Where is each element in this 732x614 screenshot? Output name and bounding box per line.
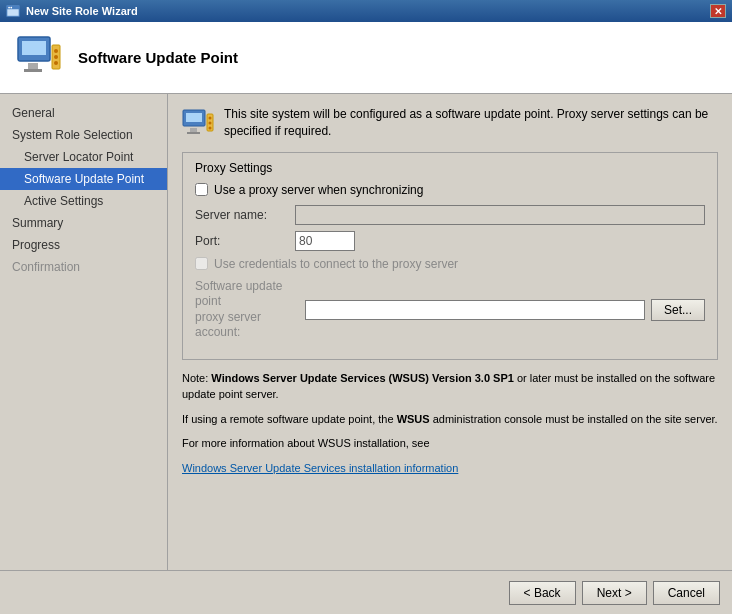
cancel-button[interactable]: Cancel [653,581,720,605]
svg-point-11 [54,61,58,65]
use-credentials-row: Use credentials to connect to the proxy … [195,257,705,271]
sidebar-item-progress[interactable]: Progress [0,234,167,256]
use-proxy-checkbox[interactable] [195,183,208,196]
account-input[interactable] [305,300,645,320]
server-name-row: Server name: [195,205,705,225]
svg-point-18 [209,122,212,125]
svg-rect-7 [24,69,42,72]
back-button[interactable]: < Back [509,581,576,605]
note2: If using a remote software update point,… [182,411,718,428]
account-row: Software update point proxy server accou… [195,279,705,341]
wizard-footer: < Back Next > Cancel [0,570,732,614]
title-bar: New Site Role Wizard ✕ [0,0,732,22]
sidebar-item-software-update-point[interactable]: Software Update Point [0,168,167,190]
svg-point-2 [8,7,10,9]
close-button[interactable]: ✕ [710,4,726,18]
svg-point-17 [209,117,212,120]
server-name-label: Server name: [195,208,295,222]
svg-point-10 [54,55,58,59]
note3: For more information about WSUS installa… [182,435,718,452]
sidebar-item-summary[interactable]: Summary [0,212,167,234]
use-proxy-label: Use a proxy server when synchronizing [214,183,423,197]
port-label: Port: [195,234,295,248]
account-label: Software update point proxy server accou… [195,279,305,341]
svg-point-3 [10,7,12,9]
port-input[interactable] [295,231,355,251]
info-box: This site system will be configured as a… [182,106,718,140]
sidebar-item-general[interactable]: General [0,102,167,124]
use-credentials-checkbox[interactable] [195,257,208,270]
info-text: This site system will be configured as a… [224,106,718,140]
use-credentials-label: Use credentials to connect to the proxy … [214,257,458,271]
svg-rect-5 [22,41,46,55]
notes-section: Note: Windows Server Update Services (WS… [182,370,718,477]
proxy-settings-group: Proxy Settings Use a proxy server when s… [182,152,718,360]
wizard-header-title: Software Update Point [78,49,238,66]
svg-rect-13 [186,113,202,122]
use-proxy-row: Use a proxy server when synchronizing [195,183,705,197]
svg-rect-6 [28,63,38,69]
svg-point-19 [209,127,212,130]
wizard-body: General System Role Selection Server Loc… [0,94,732,570]
sidebar-item-confirmation: Confirmation [0,256,167,278]
header-icon [16,35,62,81]
next-button[interactable]: Next > [582,581,647,605]
note1: Note: Windows Server Update Services (WS… [182,370,718,403]
content-area: This site system will be configured as a… [168,94,732,570]
sidebar-item-server-locator-point[interactable]: Server Locator Point [0,146,167,168]
svg-point-9 [54,49,58,53]
wizard-header: Software Update Point [0,22,732,94]
sidebar: General System Role Selection Server Loc… [0,94,168,570]
sidebar-item-active-settings[interactable]: Active Settings [0,190,167,212]
set-button[interactable]: Set... [651,299,705,321]
sidebar-item-system-role-selection[interactable]: System Role Selection [0,124,167,146]
info-icon [182,106,214,138]
wizard-icon [6,4,20,18]
title-bar-text: New Site Role Wizard [26,5,138,17]
server-name-input[interactable] [295,205,705,225]
proxy-settings-title: Proxy Settings [195,161,705,175]
svg-rect-15 [187,132,200,134]
wsus-link[interactable]: Windows Server Update Services installat… [182,462,458,474]
port-row: Port: [195,231,705,251]
svg-rect-14 [190,128,197,132]
